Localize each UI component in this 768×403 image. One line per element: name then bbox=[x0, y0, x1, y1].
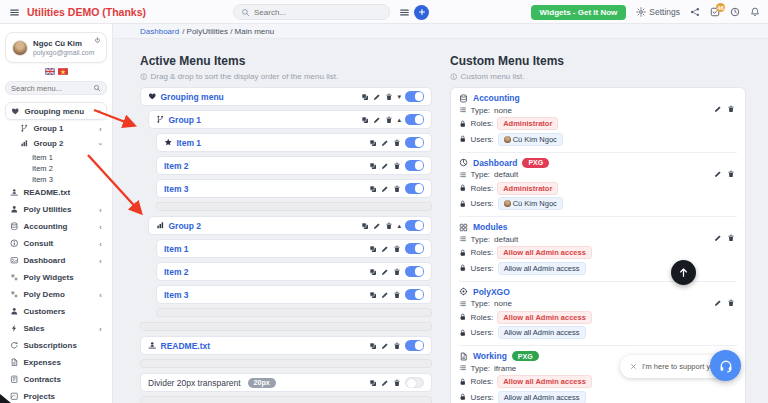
sidebar-item-grouping-menu[interactable]: Grouping menu › bbox=[5, 102, 107, 120]
global-search-input[interactable] bbox=[254, 8, 382, 17]
sidebar-item-accounting[interactable]: Accounting › bbox=[5, 219, 107, 234]
sidebar-item-sales[interactable]: Sales › bbox=[5, 321, 107, 336]
edit-pencil-icon[interactable] bbox=[381, 291, 389, 299]
enabled-toggle[interactable] bbox=[405, 243, 424, 254]
edit-pencil-icon[interactable] bbox=[373, 222, 381, 230]
sidebar-item-group-1[interactable]: Group 1 › bbox=[5, 122, 107, 135]
drop-placeholder[interactable] bbox=[140, 396, 432, 403]
enabled-toggle[interactable] bbox=[405, 160, 424, 171]
drop-placeholder[interactable] bbox=[156, 308, 432, 317]
brand-title[interactable]: Utilities DEMO (Thanks) bbox=[27, 6, 146, 18]
sidebar-search[interactable] bbox=[5, 81, 107, 95]
enabled-toggle[interactable] bbox=[405, 114, 424, 125]
duplicate-icon[interactable] bbox=[369, 268, 377, 276]
drop-placeholder[interactable] bbox=[140, 359, 432, 368]
trash-icon[interactable] bbox=[727, 234, 735, 242]
roles-badge[interactable]: Administrator bbox=[497, 182, 558, 195]
enabled-toggle[interactable] bbox=[405, 377, 424, 388]
duplicate-icon[interactable] bbox=[369, 139, 377, 147]
trash-icon[interactable] bbox=[385, 93, 393, 101]
enabled-toggle[interactable] bbox=[405, 183, 424, 194]
duplicate-icon[interactable] bbox=[369, 245, 377, 253]
sidebar-item-consult[interactable]: Consult › bbox=[5, 236, 107, 251]
edit-pencil-icon[interactable] bbox=[381, 342, 389, 350]
trash-icon[interactable] bbox=[393, 268, 401, 276]
row-label-link[interactable]: Group 2 bbox=[169, 221, 202, 231]
roles-badge[interactable]: Administrator bbox=[497, 117, 558, 130]
duplicate-icon[interactable] bbox=[369, 379, 377, 387]
user-card[interactable]: Ngọc Cù Kim polyxgo@gmail.com bbox=[5, 32, 107, 63]
duplicate-icon[interactable] bbox=[361, 93, 369, 101]
custom-entry-link[interactable]: Accounting bbox=[473, 93, 520, 103]
enabled-toggle[interactable] bbox=[405, 91, 424, 102]
row-label-link[interactable]: Group 1 bbox=[169, 115, 202, 125]
uk-flag-icon[interactable] bbox=[45, 68, 55, 75]
active-row-group-2[interactable]: Group 2 ▴ bbox=[148, 216, 432, 235]
sidebar-item-item-3[interactable]: Item 3 bbox=[5, 174, 107, 184]
edit-pencil-icon[interactable] bbox=[381, 245, 389, 253]
edit-pencil-icon[interactable] bbox=[381, 185, 389, 193]
edit-pencil-icon[interactable] bbox=[714, 299, 722, 307]
trash-icon[interactable] bbox=[393, 245, 401, 253]
roles-badge[interactable]: Allow all Admin access bbox=[497, 311, 592, 324]
scroll-to-top-button[interactable] bbox=[671, 260, 696, 285]
logout-power-icon[interactable] bbox=[94, 37, 101, 44]
edit-pencil-icon[interactable] bbox=[381, 268, 389, 276]
duplicate-icon[interactable] bbox=[369, 185, 377, 193]
menu-toggle-icon[interactable] bbox=[399, 7, 410, 18]
sidebar-item-projects[interactable]: Projects bbox=[5, 389, 107, 403]
vn-flag-icon[interactable] bbox=[58, 68, 68, 75]
sidebar-item-customers[interactable]: Customers bbox=[5, 304, 107, 319]
trash-icon[interactable] bbox=[393, 379, 401, 387]
enabled-toggle[interactable] bbox=[405, 289, 424, 300]
breadcrumb-dashboard-link[interactable]: Dashboard bbox=[140, 27, 179, 38]
active-row-grouping-menu[interactable]: Grouping menu ▾ bbox=[140, 87, 432, 106]
duplicate-icon[interactable] bbox=[369, 162, 377, 170]
active-row-divider[interactable]: Divider 20px transparent 20px bbox=[140, 373, 432, 392]
trash-icon[interactable] bbox=[727, 105, 735, 113]
drop-placeholder[interactable] bbox=[156, 202, 432, 211]
sidebar-item-poly-demo[interactable]: Poly Demo › bbox=[5, 287, 107, 302]
sidebar-search-input[interactable] bbox=[11, 84, 93, 93]
active-row-g2-item-1[interactable]: Item 1 bbox=[156, 239, 432, 258]
active-row-g1-item-1[interactable]: Item 1 bbox=[156, 133, 432, 152]
trash-icon[interactable] bbox=[727, 299, 735, 307]
support-chat-button[interactable] bbox=[710, 350, 741, 381]
edit-pencil-icon[interactable] bbox=[714, 105, 722, 113]
collapse-caret-icon[interactable]: ▴ bbox=[397, 222, 401, 229]
edit-pencil-icon[interactable] bbox=[381, 139, 389, 147]
custom-entry-link[interactable]: Dashboard bbox=[473, 158, 517, 168]
enabled-toggle[interactable] bbox=[405, 340, 424, 351]
edit-pencil-icon[interactable] bbox=[381, 379, 389, 387]
share-icon[interactable] bbox=[690, 7, 700, 17]
row-label-link[interactable]: Item 1 bbox=[164, 244, 189, 254]
collapse-caret-icon[interactable]: ▴ bbox=[397, 116, 401, 123]
widgets-button[interactable]: Widgets - Get It Now bbox=[531, 5, 627, 20]
active-row-g2-item-2[interactable]: Item 2 bbox=[156, 262, 432, 281]
enabled-toggle[interactable] bbox=[405, 220, 424, 231]
sidebar-item-item-1[interactable]: Item 1 bbox=[5, 152, 107, 162]
trash-icon[interactable] bbox=[385, 116, 393, 124]
custom-entry-link[interactable]: Modules bbox=[473, 222, 507, 232]
trash-icon[interactable] bbox=[727, 170, 735, 178]
sidebar-item-dashboard[interactable]: Dashboard › bbox=[5, 253, 107, 268]
row-label-link[interactable]: Item 1 bbox=[177, 138, 202, 148]
close-icon[interactable] bbox=[630, 363, 637, 370]
duplicate-icon[interactable] bbox=[361, 116, 369, 124]
global-search[interactable] bbox=[233, 4, 390, 20]
clock-icon[interactable] bbox=[730, 7, 740, 17]
sidebar-item-subscriptions[interactable]: Subscriptions bbox=[5, 338, 107, 353]
trash-icon[interactable] bbox=[393, 291, 401, 299]
users-badge[interactable]: Cù Kim Ngọc bbox=[498, 133, 563, 146]
users-badge[interactable]: Cù Kim Ngọc bbox=[498, 197, 563, 210]
row-label-link[interactable]: Item 3 bbox=[164, 184, 189, 194]
enabled-toggle[interactable] bbox=[405, 137, 424, 148]
add-button[interactable] bbox=[414, 5, 429, 20]
trash-icon[interactable] bbox=[385, 222, 393, 230]
custom-entry-link[interactable]: Working bbox=[473, 351, 507, 361]
settings-button[interactable]: Settings bbox=[636, 7, 680, 17]
active-row-g1-item-3[interactable]: Item 3 bbox=[156, 179, 432, 198]
sidebar-item-readme[interactable]: README.txt bbox=[5, 185, 107, 200]
bell-icon[interactable] bbox=[750, 7, 760, 17]
roles-badge[interactable]: Allow all Admin access bbox=[497, 246, 592, 259]
